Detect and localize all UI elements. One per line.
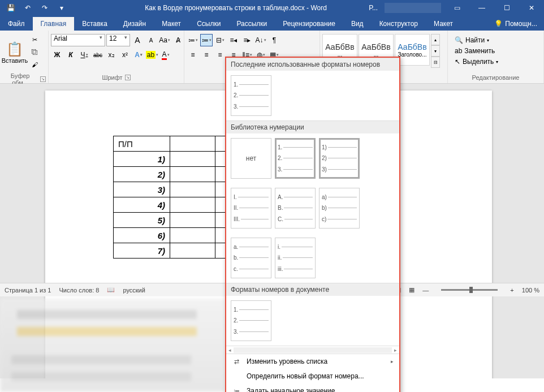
zoom-slider[interactable] [441,289,498,291]
tab-insert[interactable]: Вставка [74,17,115,31]
num-tile-recent[interactable]: 1. 2. 3. [231,75,271,116]
clipboard-icon: 📋 [6,41,23,57]
tab-view[interactable]: Вид [343,17,372,31]
set-start-value[interactable]: ≔Задать начальное значение... [226,384,399,392]
styles-down-icon[interactable]: ▾ [431,45,440,57]
tab-home[interactable]: Главная [33,17,75,31]
font-color-icon[interactable]: A [159,49,172,61]
superscript-button[interactable]: x² [119,49,131,61]
section-library: Библиотека нумерации [226,120,399,133]
tab-table-layout[interactable]: Макет [426,17,461,31]
indent-icon: ⇄ [232,358,241,365]
numbering-icon[interactable]: ≔ [200,34,213,46]
dropdown-scrollbar[interactable]: ◂▸ [226,346,399,354]
zoom-out-icon[interactable]: — [422,287,429,294]
num-tile-roman-lower[interactable]: i.ii.iii. [275,238,316,278]
format-painter-icon[interactable]: 🖌 [28,59,41,70]
align-right-icon[interactable]: ≡ [214,49,226,61]
tab-references[interactable]: Ссылки [189,17,228,31]
ribbon-display-icon[interactable]: ▭ [444,0,469,16]
num-tile-roman-upper[interactable]: I.II.III. [231,188,271,229]
tell-me[interactable]: 💡Помощн... [487,17,544,31]
table-row[interactable]: 3) [114,182,170,197]
bold-button[interactable]: Ж [51,49,63,61]
num-tile-decimal-dot[interactable]: 1.2.3. [275,138,316,179]
align-center-icon[interactable]: ≡ [200,49,213,61]
sort-icon[interactable]: A↓ [254,34,267,46]
find-button[interactable]: 🔍Найти▾ [451,35,502,45]
define-new-format[interactable]: Определить новый формат номера... [226,369,399,384]
tab-review[interactable]: Рецензирование [275,17,343,31]
table-header-cell[interactable]: П/П [114,136,170,152]
underline-button[interactable]: Ч [78,49,90,61]
clipboard-launcher-icon[interactable]: ↘ [40,76,46,82]
num-tile-alpha-upper[interactable]: A.B.C. [275,188,316,229]
align-left-icon[interactable]: ≡ [187,49,199,61]
num-tile-doc[interactable]: 1.2.3. [231,300,271,341]
status-words[interactable]: Число слов: 8 [59,287,99,294]
close-icon[interactable]: ✕ [519,0,544,16]
replace-icon: ab [455,47,462,55]
search-icon: 🔍 [455,36,463,44]
save-icon[interactable]: 💾 [3,1,18,15]
table-row[interactable]: 1) [114,152,170,167]
table-row[interactable]: 4) [114,197,170,213]
redo-icon[interactable]: ↷ [37,1,52,15]
highlight-icon[interactable]: ab [146,49,158,61]
paste-button[interactable]: 📋 Вставить [2,34,27,71]
qa-customize-icon[interactable]: ▾ [54,1,69,15]
status-page[interactable]: Страница 1 из 1 [5,287,51,294]
num-tile-alpha-lower-paren[interactable]: a)b)c) [319,188,360,229]
spellcheck-icon[interactable]: 📖 [107,286,115,294]
table-row[interactable]: 6) [114,228,170,243]
tab-design[interactable]: Дизайн [115,17,154,31]
tab-file[interactable]: Файл [0,17,33,31]
subscript-button[interactable]: x₂ [105,49,118,61]
zoom-level[interactable]: 100 % [522,287,539,294]
undo-icon[interactable]: ↶ [20,1,35,15]
show-marks-icon[interactable]: ¶ [268,34,280,46]
table-row[interactable]: 7) [114,243,170,259]
view-web-icon[interactable]: ▦ [409,286,415,294]
num-tile-alpha-lower-dot[interactable]: a.b.c. [231,238,271,278]
change-case-icon[interactable]: Aa [158,34,171,46]
bulb-icon: 💡 [494,20,503,28]
font-size-select[interactable]: 12 [106,34,130,46]
replace-button[interactable]: abЗаменить [451,46,502,56]
num-tile-decimal-paren[interactable]: 1)2)3) [319,138,360,179]
styles-more-icon[interactable]: ⊟ [431,57,440,68]
strike-button[interactable]: abc [92,49,104,61]
chevron-right-icon: ▸ [391,359,394,364]
blurred-background [0,299,225,392]
select-button[interactable]: ↖Выделить▾ [451,57,502,67]
bullets-icon[interactable]: ≔ [187,34,199,46]
window-title: Как в Ворде пронумеровать строки в табли… [72,4,365,12]
copy-icon[interactable]: ⿻ [28,46,41,58]
tab-mailings[interactable]: Рассылки [228,17,275,31]
change-list-level[interactable]: ⇄Изменить уровень списка▸ [226,354,399,369]
multilevel-icon[interactable]: ⊟ [214,34,226,46]
group-editing-label: Редактирование [472,74,520,81]
cut-icon[interactable]: ✂ [28,34,41,45]
shrink-font-icon[interactable]: A [145,34,157,46]
maximize-icon[interactable]: ☐ [494,0,519,16]
italic-button[interactable]: К [64,49,77,61]
styles-up-icon[interactable]: ▴ [431,34,440,45]
zoom-in-icon[interactable]: + [510,287,513,294]
increase-indent-icon[interactable]: ≡▸ [241,34,253,46]
decrease-indent-icon[interactable]: ≡◂ [227,34,240,46]
clear-format-icon[interactable]: A̷ [172,34,184,46]
num-tile-none[interactable]: нет [231,138,271,179]
tab-table-design[interactable]: Конструктор [372,17,426,31]
font-name-select[interactable]: Arial [51,34,105,46]
tab-layout[interactable]: Макет [154,17,189,31]
grow-font-icon[interactable]: A [131,34,144,46]
status-lang[interactable]: русский [123,287,145,294]
section-docfmt: Форматы номеров в документе [226,283,399,296]
font-launcher-icon[interactable]: ↘ [125,75,131,80]
table-row[interactable]: 5) [114,213,170,228]
minimize-icon[interactable]: — [469,0,494,16]
account-short[interactable]: Р... [365,4,381,12]
text-effects-icon[interactable]: A [132,49,145,61]
table-row[interactable]: 2) [114,167,170,182]
